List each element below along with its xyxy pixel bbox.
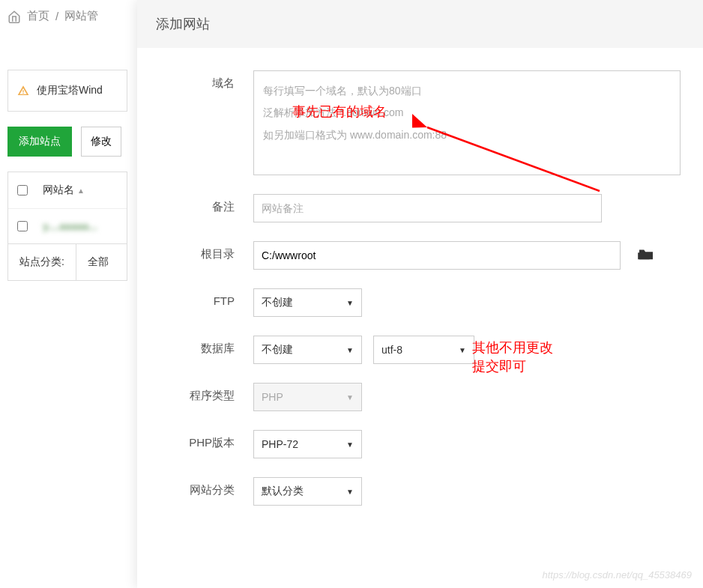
encoding-select[interactable]: utf-8▼ — [373, 336, 474, 364]
label-rootdir: 根目录 — [156, 241, 253, 261]
sites-table: 网站名▲ y....aaaaa... — [7, 172, 127, 244]
ftp-select[interactable]: 不创建▼ — [253, 288, 362, 317]
chevron-down-icon: ▼ — [459, 346, 466, 354]
program-type-select: PHP▼ — [253, 383, 362, 411]
warning-icon — [17, 85, 29, 97]
chevron-down-icon: ▼ — [346, 299, 354, 307]
add-site-button[interactable]: 添加站点 — [7, 127, 72, 157]
modify-button[interactable]: 修改 — [81, 127, 121, 157]
database-select[interactable]: 不创建▼ — [253, 336, 362, 364]
filter-label: 站点分类: — [8, 244, 76, 280]
label-site-category: 网站分类 — [156, 477, 253, 497]
label-php-version: PHP版本 — [156, 430, 253, 450]
label-note: 备注 — [156, 194, 253, 214]
breadcrumb: 首页 / 网站管 — [0, 0, 135, 32]
label-domain: 域名 — [156, 70, 253, 91]
label-database: 数据库 — [156, 336, 253, 356]
domain-input[interactable] — [253, 70, 681, 175]
label-program-type: 程序类型 — [156, 383, 253, 403]
warning-banner: 使用宝塔Wind — [7, 70, 127, 112]
site-category-select[interactable]: 默认分类▼ — [253, 477, 362, 506]
chevron-down-icon: ▼ — [346, 346, 354, 354]
filter-value[interactable]: 全部 — [76, 244, 120, 280]
rootdir-input[interactable] — [253, 241, 621, 270]
modal-title: 添加网站 — [137, 0, 703, 48]
note-input[interactable] — [253, 194, 602, 222]
site-name-cell: y....aaaaa... — [43, 220, 97, 232]
sort-icon: ▲ — [77, 187, 85, 195]
column-site-name[interactable]: 网站名▲ — [43, 184, 85, 197]
folder-browse-icon[interactable] — [638, 247, 654, 264]
select-all-checkbox[interactable] — [17, 185, 28, 196]
watermark: https://blog.csdn.net/qq_45538469 — [543, 569, 693, 581]
table-row[interactable]: y....aaaaa... — [8, 209, 127, 243]
chevron-down-icon: ▼ — [346, 393, 354, 401]
chevron-down-icon: ▼ — [346, 440, 354, 449]
breadcrumb-home[interactable]: 首页 — [27, 9, 49, 23]
php-version-select[interactable]: PHP-72▼ — [253, 430, 362, 458]
table-header: 网站名▲ — [8, 172, 127, 209]
warning-text: 使用宝塔Wind — [37, 84, 103, 97]
chevron-down-icon: ▼ — [346, 488, 354, 496]
add-site-modal: 添加网站 域名 备注 根目录 FTP — [137, 0, 703, 588]
home-icon — [7, 10, 21, 23]
label-ftp: FTP — [156, 288, 253, 307]
breadcrumb-current: 网站管 — [64, 9, 98, 23]
row-checkbox[interactable] — [17, 221, 28, 231]
